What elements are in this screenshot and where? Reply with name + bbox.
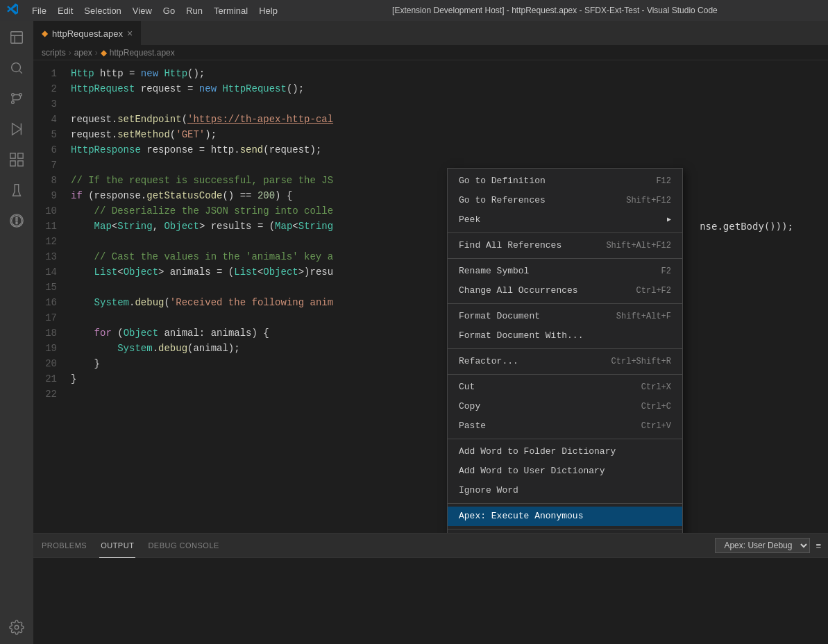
menu-go[interactable]: Go <box>158 0 180 21</box>
ctx-goto-references[interactable]: Go to References Shift+F12 <box>448 191 682 210</box>
panel-menu-icon[interactable]: ≡ <box>816 541 821 551</box>
tab-bar: ◆ httpRequest.apex × <box>33 21 828 45</box>
ctx-format-document-label: Format Document <box>459 309 540 324</box>
panel-tab-problems[interactable]: PROBLEMS <box>40 534 88 558</box>
ctx-rename-symbol-label: Rename Symbol <box>459 264 529 279</box>
activity-explorer-icon[interactable] <box>3 24 31 51</box>
ctx-copy[interactable]: Copy Ctrl+C <box>448 397 682 416</box>
ctx-add-word-user-dict[interactable]: Add Word to User Dictionary <box>448 461 682 481</box>
svg-rect-8 <box>18 153 23 158</box>
ctx-change-all-occurrences-label: Change All Occurrences <box>459 283 578 298</box>
menu-edit[interactable]: Edit <box>52 0 78 21</box>
ctx-apex-execute-anonymous-label: Apex: Execute Anonymous <box>459 509 583 524</box>
ctx-cut-shortcut: Ctrl+X <box>641 380 671 395</box>
activity-run-icon[interactable] <box>3 115 31 143</box>
context-menu: Go to Definition F12 Go to References Sh… <box>447 168 683 533</box>
ctx-find-all-references-shortcut: Shift+Alt+F12 <box>606 238 671 253</box>
ctx-separator-8 <box>448 529 682 529</box>
ctx-paste[interactable]: Paste Ctrl+V <box>448 416 682 436</box>
menu-terminal[interactable]: Terminal <box>208 0 253 21</box>
activity-search-icon[interactable] <box>3 54 31 82</box>
ctx-add-word-folder-dict[interactable]: Add Word to Folder Dictionary <box>448 442 682 461</box>
activity-bar <box>0 21 33 644</box>
code-line-6: HttpResponse response = http.send(reques… <box>68 142 828 158</box>
ctx-goto-definition[interactable]: Go to Definition F12 <box>448 171 682 191</box>
svg-rect-9 <box>10 161 15 166</box>
breadcrumb: scripts › apex › ◆ httpRequest.apex <box>33 45 828 60</box>
ctx-format-document-with[interactable]: Format Document With... <box>448 326 682 346</box>
code-line-1: Http http = new Http(); <box>68 66 828 81</box>
ctx-goto-definition-label: Go to Definition <box>459 173 546 189</box>
ctx-change-all-occurrences[interactable]: Change All Occurrences Ctrl+F2 <box>448 281 682 300</box>
ctx-separator-1 <box>448 232 682 233</box>
menu-run[interactable]: Run <box>180 0 208 21</box>
editor-tab-httprequest[interactable]: ◆ httpRequest.apex × <box>33 21 141 45</box>
ctx-separator-6 <box>448 439 682 439</box>
panel-tab-output[interactable]: OUTPUT <box>99 534 135 558</box>
line-numbers: 1 2 3 4 5 6 7 8 9 10 11 12 13 14 15 16 1 <box>33 66 68 402</box>
breadcrumb-apex[interactable]: apex <box>74 48 92 58</box>
ctx-paste-shortcut: Ctrl+V <box>641 418 671 434</box>
panel-tabs: PROBLEMS OUTPUT DEBUG CONSOLE Apex: User… <box>33 534 828 558</box>
ctx-goto-definition-shortcut: F12 <box>656 173 671 189</box>
activity-settings-icon[interactable] <box>3 616 31 644</box>
ctx-add-word-user-dict-label: Add Word to User Dictionary <box>459 464 605 479</box>
panel-right-controls: Apex: User Debug ≡ <box>715 538 821 553</box>
tab-close-button[interactable]: × <box>127 28 133 39</box>
ctx-format-document[interactable]: Format Document Shift+Alt+F <box>448 307 682 326</box>
output-source-dropdown[interactable]: Apex: User Debug <box>715 538 810 553</box>
panel-content <box>33 558 828 644</box>
ctx-ignore-word[interactable]: Ignore Word <box>448 481 682 500</box>
ctx-goto-references-label: Go to References <box>459 193 546 208</box>
ctx-peek-label: Peek <box>459 212 480 228</box>
activity-test-icon[interactable] <box>3 176 31 204</box>
ctx-cut-label: Cut <box>459 380 475 395</box>
activity-salesforce-icon[interactable] <box>3 207 31 235</box>
activity-extensions-icon[interactable] <box>3 146 31 173</box>
panel-tab-debug-console[interactable]: DEBUG CONSOLE <box>146 534 220 558</box>
ctx-ignore-word-label: Ignore Word <box>459 483 518 498</box>
ctx-copy-shortcut: Ctrl+C <box>641 399 671 414</box>
code-line-3 <box>68 96 828 112</box>
breadcrumb-sep-1: › <box>69 48 71 58</box>
window-title: [Extension Development Host] - httpReque… <box>289 6 821 15</box>
breadcrumb-file: ◆ <box>101 48 107 58</box>
ctx-cut[interactable]: Cut Ctrl+X <box>448 378 682 397</box>
ctx-separator-4 <box>448 348 682 349</box>
ctx-format-document-shortcut: Shift+Alt+F <box>616 309 671 324</box>
svg-rect-0 <box>11 32 23 44</box>
menu-help[interactable]: Help <box>253 0 283 21</box>
code-editor[interactable]: 1 2 3 4 5 6 7 8 9 10 11 12 13 14 15 16 1 <box>33 60 828 533</box>
main-layout: ◆ httpRequest.apex × scripts › apex › ◆ … <box>0 21 828 644</box>
ctx-rename-symbol[interactable]: Rename Symbol F2 <box>448 262 682 281</box>
breadcrumb-filename[interactable]: httpRequest.apex <box>110 48 175 58</box>
ctx-format-document-with-label: Format Document With... <box>459 328 583 344</box>
ctx-peek[interactable]: Peek ▶ <box>448 210 682 230</box>
ctx-add-word-folder-dict-label: Add Word to Folder Dictionary <box>459 444 616 459</box>
code-lines: 1 2 3 4 5 6 7 8 9 10 11 12 13 14 15 16 1 <box>33 66 828 402</box>
ctx-refactor-label: Refactor... <box>459 354 518 369</box>
ctx-apex-execute-anonymous[interactable]: Apex: Execute Anonymous <box>448 507 682 526</box>
menu-view[interactable]: View <box>127 0 158 21</box>
ctx-refactor[interactable]: Refactor... Ctrl+Shift+R <box>448 352 682 371</box>
ctx-find-all-references[interactable]: Find All References Shift+Alt+F12 <box>448 236 682 255</box>
activity-source-control-icon[interactable] <box>3 85 31 112</box>
ctx-peek-chevron-icon: ▶ <box>667 212 671 228</box>
ctx-separator-2 <box>448 258 682 259</box>
ctx-command-palette[interactable]: Command Palette... Ctrl+Shift+P <box>448 532 682 533</box>
svg-point-11 <box>15 625 19 629</box>
tab-label: httpRequest.apex <box>52 28 123 39</box>
code-line-4: request.setEndpoint('https://th-apex-htt… <box>68 112 828 127</box>
ctx-rename-symbol-shortcut: F2 <box>661 264 671 279</box>
svg-rect-7 <box>10 153 15 158</box>
menu-file[interactable]: File <box>26 0 52 21</box>
code-line-2: HttpRequest request = new HttpRequest(); <box>68 81 828 96</box>
ctx-find-all-references-label: Find All References <box>459 238 561 253</box>
ctx-goto-references-shortcut: Shift+F12 <box>626 193 671 208</box>
breadcrumb-scripts[interactable]: scripts <box>42 48 66 58</box>
menu-selection[interactable]: Selection <box>78 0 126 21</box>
svg-point-1 <box>12 63 21 72</box>
ctx-paste-label: Paste <box>459 418 486 434</box>
svg-point-3 <box>12 101 15 104</box>
svg-rect-10 <box>18 161 23 166</box>
